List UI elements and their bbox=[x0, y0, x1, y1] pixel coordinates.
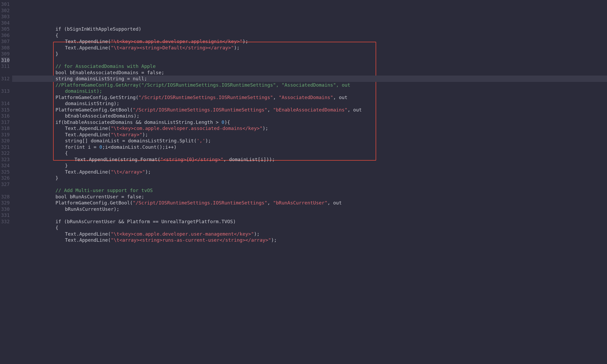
token-op: , bbox=[267, 200, 273, 206]
token-id: Text.AppendLine( bbox=[65, 132, 111, 137]
line-number bbox=[1, 82, 10, 88]
token-id: , out bbox=[347, 107, 365, 113]
line-number: 306 bbox=[1, 32, 10, 39]
token-id: PlatformGameConfig.GetString( bbox=[55, 95, 138, 100]
line-number: 327 bbox=[1, 181, 10, 188]
line-number: 320 bbox=[1, 138, 10, 144]
token-str: "bRunAsCurrentUser" bbox=[273, 200, 328, 206]
token-str: "\t<key>com.apple.developer.associated-d… bbox=[111, 125, 262, 131]
line-number: 324 bbox=[1, 162, 10, 169]
code-line[interactable]: bool bRunAsCurrentUser = false; bbox=[12, 194, 607, 200]
code-area[interactable]: if (bSignInWithAppleSupported){Text.Appe… bbox=[12, 0, 607, 364]
code-line[interactable]: // Add Multi-user support for tvOS bbox=[12, 187, 607, 194]
code-line[interactable]: bRunAsCurrentUser); bbox=[12, 206, 607, 212]
code-line[interactable]: if (bSignInWithAppleSupported) bbox=[12, 26, 607, 32]
code-line[interactable]: Text.AppendLine("\t<array><string>Defaul… bbox=[12, 45, 607, 51]
code-line[interactable]: bool bEnableAssociatedDomains = false; bbox=[12, 69, 607, 76]
token-op: ; bbox=[161, 70, 164, 75]
code-line[interactable]: Text.AppendLine("\t</array>"); bbox=[12, 169, 607, 175]
token-id: string domainsListString = bbox=[55, 76, 133, 81]
token-str: "\t<array><string>Default</string></arra… bbox=[111, 45, 234, 50]
code-line[interactable]: Text.AppendLine("\t<array>"); bbox=[12, 132, 607, 138]
code-line[interactable] bbox=[12, 20, 607, 26]
token-id: Text.AppendLine( bbox=[65, 169, 111, 175]
token-str: "<string>{0}</string>" bbox=[160, 157, 223, 162]
code-line[interactable]: { bbox=[12, 32, 607, 39]
token-str: "/Script/IOSRuntimeSettings.IOSRuntimeSe… bbox=[138, 95, 273, 100]
token-id: bEnableAssociatedDomains); bbox=[65, 113, 139, 119]
line-number: 331 bbox=[1, 212, 10, 218]
token-id: , out bbox=[333, 95, 350, 100]
token-id: , out bbox=[328, 200, 345, 206]
line-number: 304 bbox=[1, 20, 10, 26]
code-line[interactable]: Text.AppendLine("\t<key>com.apple.develo… bbox=[12, 231, 607, 237]
token-com: //PlatformGameConfig.GetArray("/Script/I… bbox=[55, 82, 353, 88]
code-line[interactable]: Text.AppendLine(string.Format("<string>{… bbox=[12, 156, 607, 163]
token-str: "\t<array>" bbox=[111, 132, 142, 137]
line-number: 323 bbox=[1, 156, 10, 163]
token-str: "/Script/IOSRuntimeSettings.IOSRuntimeSe… bbox=[133, 200, 267, 206]
line-number: 329 bbox=[1, 200, 10, 206]
token-op: { bbox=[65, 150, 68, 156]
code-line[interactable]: } bbox=[12, 51, 607, 57]
token-op: ); bbox=[263, 125, 268, 131]
code-line[interactable]: Text.AppendLine("\t<key>com.apple.develo… bbox=[12, 125, 607, 132]
code-line[interactable]: bEnableAssociatedDomains); bbox=[12, 113, 607, 119]
line-number: 326 bbox=[1, 175, 10, 181]
code-line[interactable]: PlatformGameConfig.GetBool("/Script/IOSR… bbox=[12, 200, 607, 206]
code-line[interactable]: domainsListString); bbox=[12, 100, 607, 107]
token-op: { bbox=[55, 32, 58, 38]
line-number: 302 bbox=[1, 7, 10, 14]
line-number: 328 bbox=[1, 194, 10, 200]
token-id: if(bEnableAssociatedDomains && domainsLi… bbox=[55, 119, 222, 125]
code-line[interactable]: Text.AppendLine("\t<key>com.apple.develo… bbox=[12, 38, 607, 45]
line-number: 309 bbox=[1, 51, 10, 57]
token-com: domainsList); bbox=[65, 88, 102, 94]
line-number: 319 bbox=[1, 132, 10, 138]
code-line[interactable]: for(int i = 0;i<domainList.Count();i++) bbox=[12, 144, 607, 150]
line-number: 317 bbox=[1, 119, 10, 125]
token-com: // for AssociatedDomains with Apple bbox=[55, 63, 156, 69]
code-line[interactable]: } bbox=[12, 175, 607, 181]
token-op: ); bbox=[205, 138, 211, 143]
code-line[interactable]: } bbox=[12, 162, 607, 169]
code-line[interactable] bbox=[12, 57, 607, 63]
token-id: Text.AppendLine( bbox=[65, 39, 111, 44]
token-str: "AssociatedDomains" bbox=[279, 95, 333, 100]
line-number: 321 bbox=[1, 144, 10, 150]
code-line[interactable]: PlatformGameConfig.GetString("/Script/IO… bbox=[12, 94, 607, 101]
line-number: 325 bbox=[1, 169, 10, 175]
token-op: ){ bbox=[224, 119, 230, 125]
line-number: 313 bbox=[1, 88, 10, 94]
token-op: { bbox=[55, 225, 58, 230]
code-line[interactable]: Text.AppendLine("\t<array><string>runs-a… bbox=[12, 237, 607, 243]
token-op: } bbox=[55, 51, 58, 57]
code-line[interactable]: if(bEnableAssociatedDomains && domainsLi… bbox=[12, 119, 607, 125]
line-number: 322 bbox=[1, 150, 10, 156]
code-line[interactable]: string[] domainList = domainsListString.… bbox=[12, 138, 607, 144]
code-line[interactable] bbox=[12, 212, 607, 218]
line-number: 307 bbox=[1, 38, 10, 45]
code-line[interactable]: PlatformGameConfig.GetBool("/Script/IOSR… bbox=[12, 107, 607, 113]
line-number bbox=[1, 187, 10, 194]
code-line[interactable]: //PlatformGameConfig.GetArray("/Script/I… bbox=[12, 82, 607, 88]
code-line[interactable]: domainsList); bbox=[12, 88, 607, 94]
code-line[interactable]: { bbox=[12, 225, 607, 231]
code-line[interactable] bbox=[12, 181, 607, 188]
code-line[interactable]: // for AssociatedDomains with Apple bbox=[12, 63, 607, 69]
code-line[interactable]: string domainsListString = null; bbox=[12, 76, 607, 82]
token-num: 0 bbox=[222, 119, 225, 125]
token-str: "\t<key>com.apple.developer.applesignin<… bbox=[111, 39, 242, 44]
token-str: ',' bbox=[197, 138, 206, 143]
code-line[interactable]: { bbox=[12, 150, 607, 156]
token-id: Text.AppendLine( bbox=[65, 45, 111, 50]
token-id: if (bSignInWithAppleSupported) bbox=[55, 26, 141, 32]
line-number: 310 bbox=[1, 57, 10, 63]
token-str: "\t<key>com.apple.developer.user-managem… bbox=[111, 231, 254, 237]
token-str: "bEnableAssociatedDomains" bbox=[273, 107, 348, 113]
token-id: bool bEnableAssociatedDomains = bbox=[55, 70, 147, 75]
line-number: 330 bbox=[1, 206, 10, 212]
code-line[interactable]: if (bRunAsCurrentUser && Platform == Unr… bbox=[12, 218, 607, 225]
code-editor[interactable]: 3013023033043053063073083093103113123133… bbox=[0, 0, 607, 364]
token-id: ;i<domainList.Count();i++) bbox=[102, 144, 177, 150]
